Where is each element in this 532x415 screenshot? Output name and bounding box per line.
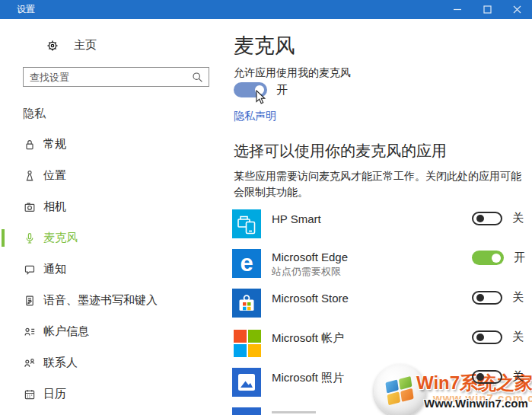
sidebar-item-microphone[interactable]: 麦克风 — [0, 222, 225, 254]
sidebar-item-speech-ink-typing[interactable]: 语音、墨迹书写和键入 — [0, 285, 225, 316]
minimize-button[interactable] — [443, 0, 473, 19]
app-row-microsoft-store: Microsoft Store 关 — [232, 289, 530, 319]
master-toggle-state: 开 — [276, 83, 288, 97]
edge-permission-note: 站点仍需要权限 — [272, 265, 341, 279]
notepad-pen-icon — [23, 294, 37, 308]
app-row-microsoft-account: Microsoft 帐户 关 — [232, 328, 530, 359]
privacy-section-label: 隐私 — [23, 107, 46, 121]
titlebar: 设置 — [0, 0, 532, 19]
close-icon — [513, 5, 521, 14]
window-title: 设置 — [17, 3, 35, 16]
hp-smart-toggle[interactable] — [472, 212, 502, 225]
app-row-microsoft-photos: Microsoft 照片 关 — [232, 368, 530, 398]
hp-smart-toggle-state: 关 — [512, 211, 524, 225]
location-icon — [23, 169, 37, 183]
edge-icon: e — [232, 249, 261, 278]
sidebar-item-location[interactable]: 位置 — [0, 160, 225, 191]
apps-section-heading: 选择可以使用你的麦克风的应用 — [234, 141, 447, 161]
search-input[interactable] — [24, 72, 192, 83]
master-toggle-label: 允许应用使用我的麦克风 — [234, 66, 351, 80]
sidebar-item-calendar[interactable]: 日历 — [0, 378, 225, 410]
page-title: 麦克风 — [234, 32, 295, 59]
search-icon[interactable] — [192, 72, 203, 83]
microsoft-edge-toggle-state: 开 — [514, 251, 525, 265]
photos-icon — [232, 368, 261, 397]
microsoft-store-toggle[interactable] — [472, 291, 502, 305]
store-icon — [232, 289, 261, 318]
sidebar-item-home[interactable]: 主页 — [23, 38, 97, 53]
app-row-partial — [232, 407, 530, 415]
microsoft-edge-toggle[interactable] — [472, 251, 504, 265]
calendar-icon — [23, 388, 37, 401]
partial-app-icon — [232, 407, 261, 415]
minimize-icon — [454, 5, 462, 14]
microsoft-account-toggle-state: 关 — [512, 330, 524, 344]
sidebar-item-camera[interactable]: 相机 — [0, 191, 225, 222]
microsoft-photos-toggle[interactable] — [472, 370, 502, 384]
microsoft-account-toggle[interactable] — [472, 330, 502, 344]
privacy-statement-link[interactable]: 隐私声明 — [234, 110, 276, 123]
apps-section-description: 某些应用需要访问麦克风才能正常工作。关闭此处的应用可能会限制其功能。 — [234, 168, 526, 200]
microphone-icon — [23, 231, 37, 245]
account-info-icon — [23, 325, 37, 339]
settings-window: 设置 主页 — [0, 0, 532, 415]
speech-bubble-icon — [23, 263, 37, 276]
sidebar-nav: 常规 位置 相机 麦克风 — [0, 129, 225, 410]
microsoft-photos-toggle-state: 关 — [512, 369, 524, 384]
microsoft-account-icon — [232, 328, 261, 357]
microsoft-store-toggle-state: 关 — [512, 290, 524, 305]
sidebar-item-account-info[interactable]: 帐户信息 — [0, 316, 225, 347]
mouse-cursor — [256, 90, 268, 108]
search-box — [23, 67, 209, 87]
contacts-icon — [23, 356, 37, 370]
camera-icon — [23, 200, 37, 214]
sidebar-item-general[interactable]: 常规 — [0, 129, 225, 160]
sidebar-item-contacts[interactable]: 联系人 — [0, 347, 225, 378]
sidebar-item-label: 主页 — [74, 38, 97, 53]
sidebar-item-notifications[interactable]: 通知 — [0, 254, 225, 285]
maximize-icon — [483, 5, 492, 14]
selected-indicator — [2, 229, 5, 247]
maximize-button[interactable] — [473, 0, 502, 19]
app-row-hp-smart: HP Smart 关 — [232, 209, 530, 240]
lock-icon — [23, 138, 37, 152]
gear-icon — [46, 39, 59, 53]
close-button[interactable] — [502, 0, 532, 19]
app-row-microsoft-edge: e Microsoft Edge 站点仍需要权限 开 — [232, 249, 530, 279]
hp-smart-icon — [232, 209, 261, 238]
